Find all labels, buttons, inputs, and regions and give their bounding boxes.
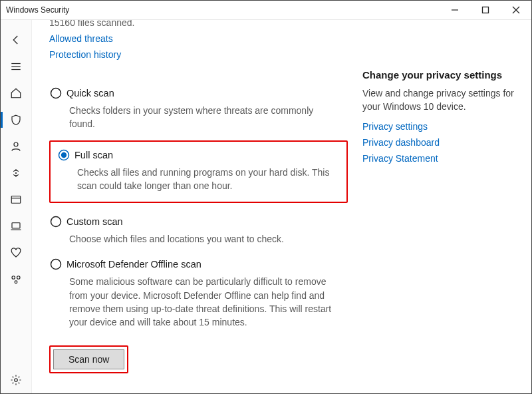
family-icon[interactable] [1,266,31,293]
svg-point-23 [51,260,61,270]
maximize-button[interactable] [470,1,501,19]
scan-option-label: Custom scan [66,216,123,227]
close-button[interactable] [501,1,531,19]
scan-option-label: Quick scan [66,88,114,98]
privacy-heading: Change your privacy settings [362,69,515,81]
scan-radio-offline[interactable] [49,258,63,271]
privacy-desc: View and change privacy settings for you… [362,87,515,113]
scan-option-desc: Choose which files and locations you wan… [69,232,335,246]
privacy-settings-link[interactable]: Privacy settings [362,121,428,132]
protection-history-link[interactable]: Protection history [49,49,121,60]
scan-option-desc: Checks all files and running programs on… [77,166,338,193]
account-icon[interactable] [1,133,31,160]
scan-radio-full[interactable] [57,148,70,162]
scan-option-label: Microsoft Defender Offline scan [66,259,201,270]
svg-point-7 [14,142,18,146]
privacy-statement-link[interactable]: Privacy Statement [362,153,438,164]
scan-option-label: Full scan [74,150,113,160]
scan-radio-custom[interactable] [49,215,63,228]
back-icon[interactable] [1,27,31,53]
scan-radio-quick[interactable] [49,87,63,100]
svg-point-15 [12,276,15,280]
svg-rect-11 [11,196,21,204]
home-icon[interactable] [1,80,31,106]
minimize-button[interactable] [440,1,470,19]
full-scan-highlight: Full scan Checks all files and running p… [49,140,348,204]
scan-option-desc: Checks folders in your system where thre… [69,104,335,131]
scan-option-desc: Some malicious software can be particula… [69,275,335,329]
shield-icon[interactable] [1,106,31,133]
network-icon[interactable] [1,160,31,186]
app-browser-icon[interactable] [1,186,31,213]
svg-point-8 [15,172,17,174]
health-icon[interactable] [1,240,31,266]
scan-now-button[interactable]: Scan now [53,349,124,369]
svg-rect-1 [483,7,489,13]
privacy-dashboard-link[interactable]: Privacy dashboard [362,137,440,148]
svg-point-16 [17,276,21,280]
truncated-status: 15160 files scanned. [49,20,348,28]
allowed-threats-link[interactable]: Allowed threats [49,33,113,44]
menu-icon[interactable] [1,53,31,80]
svg-point-22 [51,217,61,227]
device-icon[interactable] [1,213,31,240]
svg-point-18 [15,379,18,382]
scan-now-highlight: Scan now [49,345,128,373]
settings-icon[interactable] [1,367,31,393]
svg-rect-13 [12,223,20,228]
window-title: Windows Security [6,5,69,15]
svg-point-19 [51,89,61,98]
svg-point-17 [15,281,17,284]
svg-point-21 [61,152,66,157]
